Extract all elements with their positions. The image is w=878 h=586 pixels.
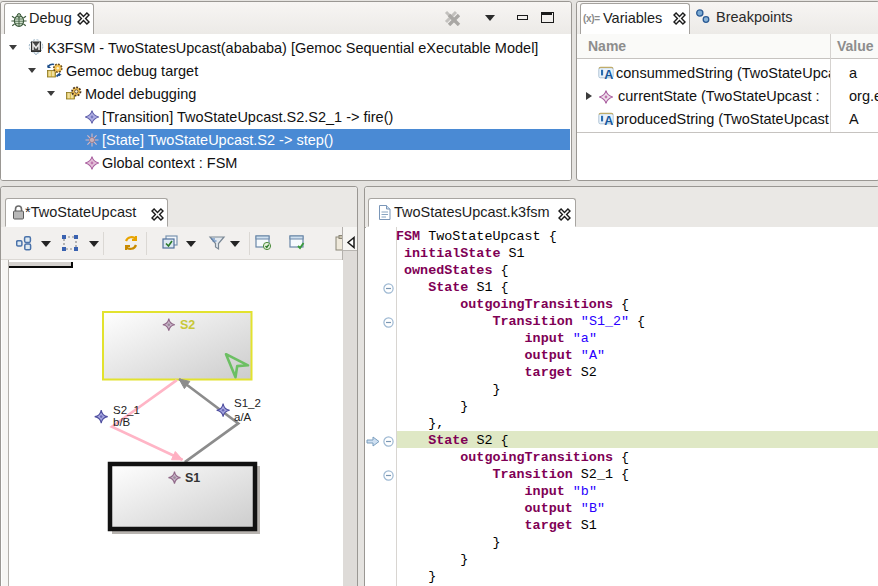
svg-text:S1: S1 xyxy=(185,471,200,485)
svg-text:A: A xyxy=(604,68,613,81)
svg-text:b/B: b/B xyxy=(113,416,131,428)
svg-text:S1_2: S1_2 xyxy=(234,397,261,409)
svg-text:S2_1: S2_1 xyxy=(113,404,140,416)
svg-text:A: A xyxy=(604,114,613,127)
svg-text:a/A: a/A xyxy=(234,411,252,423)
svg-text:S2: S2 xyxy=(180,318,195,332)
